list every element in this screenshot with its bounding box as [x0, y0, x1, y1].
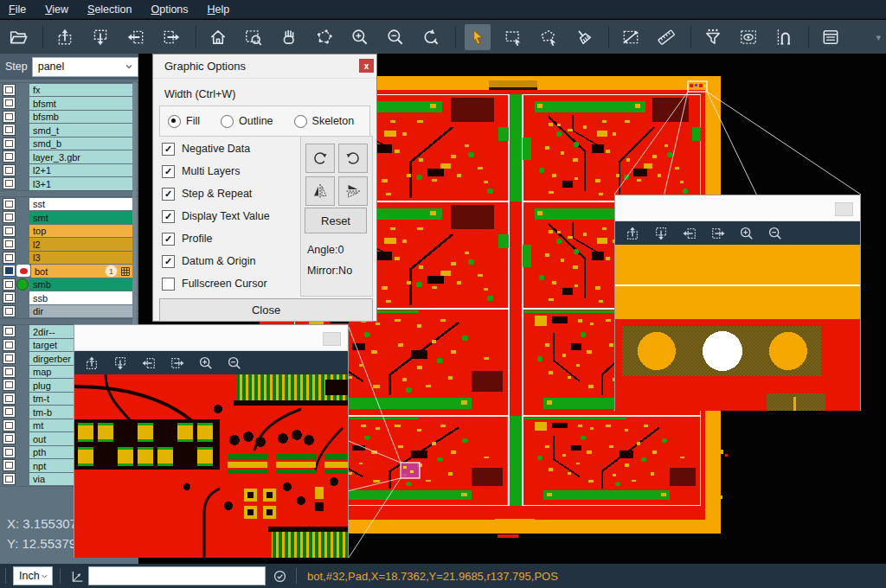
layer-name-label[interactable]: l3 [29, 252, 132, 265]
layer-visible-checkbox[interactable] [3, 446, 16, 458]
menu-view[interactable]: View [45, 3, 68, 16]
layer-visible-checkbox[interactable] [3, 379, 16, 391]
view-options-icon[interactable] [735, 24, 761, 50]
layer-visible-checkbox[interactable] [3, 198, 16, 210]
layer-visible-checkbox[interactable] [3, 238, 16, 250]
layer-visible-checkbox[interactable] [3, 225, 16, 237]
reset-button[interactable]: Reset [305, 208, 367, 233]
layer-visible-checkbox[interactable] [3, 164, 16, 176]
layer-visible-checkbox[interactable] [3, 84, 16, 96]
measure-distance-icon[interactable] [618, 24, 644, 50]
layer-visible-checkbox[interactable] [3, 339, 16, 351]
zoom-window-viewport[interactable] [615, 245, 860, 411]
menu-selection[interactable]: Selection [87, 3, 132, 16]
step-select[interactable]: panel [32, 57, 138, 77]
checkbox-display-text-value[interactable]: ✓ Display Text Value [162, 205, 299, 227]
checkbox-step-repeat[interactable]: ✓ Step & Repeat [162, 182, 299, 205]
layer-visible-checkbox[interactable] [3, 278, 16, 291]
pan-down-icon[interactable] [110, 355, 131, 372]
layer-visible-checkbox[interactable] [3, 393, 16, 405]
zoom-out-icon[interactable] [765, 225, 786, 242]
layer-visible-checkbox[interactable] [3, 211, 16, 223]
checkbox-profile[interactable]: ✓ Profile [162, 227, 299, 250]
pan-down-icon[interactable] [87, 24, 113, 50]
table-icon[interactable] [120, 266, 131, 277]
select-cursor-icon[interactable] [465, 24, 491, 50]
layer-name-label[interactable]: smd_t [29, 124, 132, 137]
pan-up-icon[interactable] [622, 225, 643, 242]
home-view-icon[interactable] [205, 24, 231, 50]
pan-right-icon[interactable] [167, 355, 188, 372]
mirror-vertical-button[interactable] [305, 176, 335, 206]
pan-left-icon[interactable] [123, 24, 149, 50]
unit-select[interactable]: Inch [13, 566, 53, 585]
zoom-window-detail[interactable] [74, 324, 349, 558]
layer-row-sst[interactable]: sst [0, 197, 138, 211]
layer-visible-checkbox[interactable] [3, 352, 16, 364]
checkbox-multi-layers[interactable]: ✓ Multi Layers [162, 160, 299, 182]
radio-fill[interactable]: Fill [168, 115, 200, 128]
layer-visible-checkbox[interactable] [3, 291, 16, 304]
pan-up-icon[interactable] [81, 355, 102, 372]
zoom-previous-icon[interactable] [418, 24, 444, 50]
command-input[interactable] [88, 566, 266, 585]
clean-brush-icon[interactable] [571, 24, 597, 50]
mirror-horizontal-button[interactable] [338, 176, 368, 206]
layer-row-layer-3-gbr[interactable]: layer_3.gbr [0, 150, 138, 164]
layer-row-l2[interactable]: l2 [0, 238, 138, 252]
pan-hand-icon[interactable] [276, 24, 302, 50]
menu-options[interactable]: Options [151, 3, 188, 16]
layer-name-label[interactable]: bfsmt [29, 97, 132, 110]
zoom-window-titlebar[interactable] [74, 325, 348, 351]
window-button[interactable] [323, 332, 341, 346]
open-folder-icon[interactable] [5, 24, 31, 50]
zoom-out-icon[interactable] [382, 24, 408, 50]
rect-select-icon[interactable] [500, 24, 526, 50]
polygon-select-icon[interactable] [536, 24, 562, 50]
layer-visible-checkbox[interactable] [3, 252, 16, 264]
layer-visible-checkbox[interactable] [3, 124, 16, 136]
layer-row-l2-1[interactable]: l2+1 [0, 163, 138, 177]
layer-row-smb[interactable]: smb [0, 278, 138, 291]
pan-left-icon[interactable] [679, 225, 700, 242]
layer-row-bfsmb[interactable]: bfsmb [0, 110, 138, 124]
snap-icon[interactable] [771, 24, 797, 50]
rotate-ccw-button[interactable] [338, 144, 368, 173]
layer-visible-checkbox[interactable] [3, 419, 16, 431]
layer-row-bot[interactable]: bot1 [0, 265, 138, 278]
zoom-window-icon[interactable] [241, 24, 266, 50]
layer-visible-checkbox[interactable] [3, 459, 16, 471]
dialog-titlebar[interactable]: Graphic Options x [153, 54, 376, 79]
layer-row-smd-t[interactable]: smd_t [0, 124, 138, 137]
pan-down-icon[interactable] [651, 225, 671, 242]
zoom-window-viewport[interactable] [74, 374, 348, 558]
layer-visible-checkbox[interactable] [3, 97, 16, 109]
zoom-out-icon[interactable] [224, 355, 245, 372]
dialog-close-icon[interactable]: x [359, 59, 374, 73]
active-layer-indicator-icon[interactable] [16, 278, 29, 291]
layer-row-bfsmt[interactable]: bfsmt [0, 97, 138, 111]
radio-outline[interactable]: Outline [221, 115, 273, 128]
layer-name-label[interactable]: top [29, 225, 132, 238]
pan-left-icon[interactable] [138, 355, 159, 372]
layer-name-label[interactable]: smd_b [29, 137, 132, 150]
window-button[interactable] [835, 202, 853, 216]
layer-visible-checkbox[interactable] [3, 111, 16, 123]
layer-name-label[interactable]: bot1 [31, 265, 132, 278]
layer-visible-checkbox[interactable] [3, 366, 16, 378]
graphic-options-dialog[interactable]: Graphic Options x Width (Ctrl+W) Fill Ou… [152, 54, 377, 322]
rotate-cw-button[interactable] [305, 144, 335, 173]
zoom-in-icon[interactable] [347, 24, 373, 50]
layer-row-l3[interactable]: l3 [0, 251, 138, 265]
close-button[interactable]: Close [159, 298, 373, 322]
radio-skeleton[interactable]: Skeleton [294, 115, 355, 128]
layer-name-label[interactable]: dir [29, 305, 132, 318]
layer-row-l3-1[interactable]: l3+1 [0, 177, 138, 191]
pan-right-icon[interactable] [158, 24, 184, 50]
pan-right-icon[interactable] [708, 225, 729, 242]
layer-name-label[interactable]: layer_3.gbr [29, 150, 132, 163]
layer-row-dir[interactable]: dir [0, 304, 138, 318]
zoom-in-icon[interactable] [736, 225, 757, 242]
layer-row-smt[interactable]: smt [0, 211, 138, 225]
checkbox-fullscreen-cursor[interactable]: Fullscreen Cursor [162, 272, 299, 295]
